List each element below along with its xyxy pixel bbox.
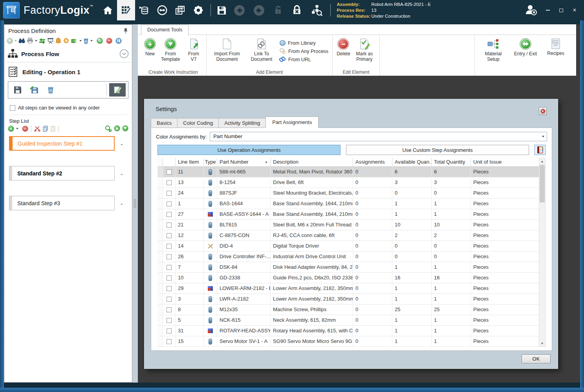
use-custom-step-assignments-button[interactable]: Use Custom Step Assignments (346, 145, 529, 155)
process-flow-row[interactable]: Process Flow (4, 46, 132, 62)
save-as-template-icon[interactable] (27, 84, 41, 96)
row-checkbox[interactable] (167, 339, 172, 344)
row-checkbox[interactable] (167, 297, 172, 302)
header-assignments[interactable]: Assignments (353, 158, 392, 166)
row-checkbox[interactable] (167, 307, 172, 312)
step-expand-chevron-icon[interactable]: ⌄ (115, 170, 129, 176)
link-to-document-button[interactable]: Link To Document (247, 37, 276, 62)
row-checkbox[interactable] (167, 212, 172, 217)
add-step-dropdown-icon[interactable] (16, 128, 18, 129)
step-expand-chevron-icon[interactable]: ⌄ (115, 200, 129, 206)
undo-back-icon[interactable] (230, 0, 249, 20)
header-type[interactable]: Type (204, 158, 217, 166)
step-card[interactable]: Guided Inspection Step #1 (9, 136, 115, 151)
add-operation-icon[interactable]: + (7, 38, 13, 44)
row-checkbox[interactable] (167, 191, 172, 196)
row-checkbox[interactable] (167, 170, 172, 175)
unlock-icon[interactable] (269, 0, 287, 20)
table-row[interactable]: 12 C-8875-CON RJ-45, CCA conn cable, 6ft… (157, 230, 539, 241)
tab-basics[interactable]: Basics (151, 118, 178, 128)
table-row[interactable]: 10 GD-2338 Guide Pins,2 pcs, D6x20, ISO … (157, 273, 539, 283)
process-settings-icon[interactable] (63, 37, 70, 44)
panel-splitter[interactable] (132, 24, 138, 383)
tab-part-assignments[interactable]: Part Assignments (265, 117, 319, 128)
header-part-number[interactable]: Part Number▲ (217, 158, 271, 166)
header-available-quantity[interactable]: Available Quan... (392, 158, 432, 166)
step-expand-chevron-icon[interactable]: ⌄ (115, 140, 129, 146)
row-checkbox[interactable] (167, 244, 172, 249)
pause-icon[interactable] (115, 38, 122, 44)
table-row[interactable]: 8 M12x35 Machine Screw, Phillips 0 25 25… (157, 304, 539, 315)
header-unit-of-issue[interactable]: Unit of Issue (471, 158, 539, 166)
table-scrollbar[interactable]: ▲ ▼ (539, 158, 546, 347)
table-row[interactable]: 7 DSK-84 Disk Head Adapter Assembly, 84,… (157, 262, 539, 273)
row-checkbox[interactable] (167, 286, 172, 291)
row-checkbox[interactable] (167, 254, 172, 259)
header-line-item[interactable]: Line Item (176, 158, 204, 166)
user-logout-icon[interactable] (522, 0, 540, 20)
import-from-document-button[interactable]: Import From Document (211, 37, 243, 62)
row-checkbox[interactable] (167, 318, 172, 323)
table-row[interactable]: 13 8-1254 Drive Belt, 6ft 0 3 3 Pieces (157, 177, 539, 188)
copy-icon[interactable] (42, 126, 48, 132)
delete-dropdown-icon[interactable] (90, 40, 93, 42)
home-icon[interactable] (99, 0, 117, 20)
row-checkbox[interactable] (167, 328, 172, 334)
process-search-icon[interactable] (307, 0, 327, 20)
scrollbar-thumb[interactable] (540, 165, 545, 202)
from-any-process-button[interactable]: From Any Process (280, 48, 328, 54)
row-checkbox[interactable] (167, 201, 172, 206)
notification-bell-icon[interactable] (55, 38, 61, 44)
dialog-close-button[interactable]: × (539, 107, 547, 115)
export-dropdown-icon[interactable] (79, 40, 82, 42)
row-checkbox[interactable] (167, 233, 172, 238)
minimize-button[interactable] (542, 5, 553, 15)
add-dropdown-icon[interactable] (15, 40, 17, 42)
sync-transfer-icon[interactable] (153, 0, 171, 20)
from-template-button[interactable]: From Template (159, 37, 182, 62)
process-editor-icon[interactable] (117, 0, 135, 20)
header-total-quantity[interactable]: Total Quantity (432, 158, 471, 166)
documents-icon[interactable] (171, 0, 189, 20)
header-checkbox-column[interactable] (163, 158, 176, 166)
recipes-button[interactable]: Recipes (546, 37, 566, 56)
tab-activity-splitting[interactable]: Activity Splitting (218, 118, 266, 128)
from-v7-button[interactable]: From V7 (185, 37, 202, 62)
ok-button[interactable]: OK (522, 354, 551, 363)
table-row[interactable]: 5 NCK-615 Neck Assembly, 615, 82mm 0 1 1… (157, 315, 539, 326)
table-row[interactable]: 24 887SJF Steel Mounting Bracket, Electr… (157, 188, 539, 199)
from-library-button[interactable]: From Library (280, 40, 328, 46)
color-assignments-select[interactable]: Part Number (210, 132, 547, 141)
paste-icon[interactable] (50, 126, 56, 132)
print-icon[interactable] (27, 38, 33, 44)
table-row[interactable]: 27 BASE-ASSY-1644 - A Base Stand Assembl… (157, 209, 539, 220)
print-dropdown-icon[interactable] (35, 40, 37, 42)
assignments-report-button[interactable] (535, 145, 546, 155)
pin-icon[interactable] (123, 28, 128, 34)
row-checkbox[interactable] (167, 265, 172, 270)
edit-mode-button[interactable] (109, 83, 126, 97)
table-row[interactable]: 21 BLT615 Steel Bolt, M6 x 20mm Full Thr… (157, 220, 539, 230)
table-row[interactable]: 14 DID-4 Digital Torque Driver 0 0 0 Pie… (157, 241, 539, 252)
collapse-circle-icon[interactable] (119, 49, 129, 58)
add-step-icon[interactable]: + (8, 126, 14, 132)
delete-process-icon[interactable] (83, 38, 89, 44)
delete-operation-icon[interactable] (44, 84, 58, 96)
move-step-down-icon[interactable] (122, 125, 128, 131)
scroll-down-icon[interactable]: ▼ (539, 340, 545, 346)
use-operation-assignments-button[interactable]: Use Operation Assignments (157, 145, 341, 155)
save-icon[interactable] (214, 0, 230, 20)
save-operation-icon[interactable] (11, 84, 25, 96)
scroll-up-icon[interactable]: ▲ (539, 158, 545, 164)
table-row[interactable]: 1 BAS-1644 Base Stand Assembly, 1644, 21… (157, 199, 539, 209)
maximize-button[interactable] (556, 5, 567, 15)
table-row[interactable]: 29 LOWER-ARM-2182 - B Lower Arm Assembly… (157, 283, 539, 294)
settings-gear-icon[interactable] (189, 0, 207, 20)
find-icon[interactable] (18, 38, 25, 44)
row-checkbox[interactable] (167, 180, 172, 185)
redo-forward-icon[interactable] (249, 0, 269, 20)
header-description[interactable]: Description (271, 158, 353, 166)
step-card[interactable]: Standard Step #2 (9, 166, 115, 181)
new-work-instruction-button[interactable]: + New (144, 37, 156, 57)
entry-exit-button[interactable]: Entry / Exit (512, 37, 539, 57)
